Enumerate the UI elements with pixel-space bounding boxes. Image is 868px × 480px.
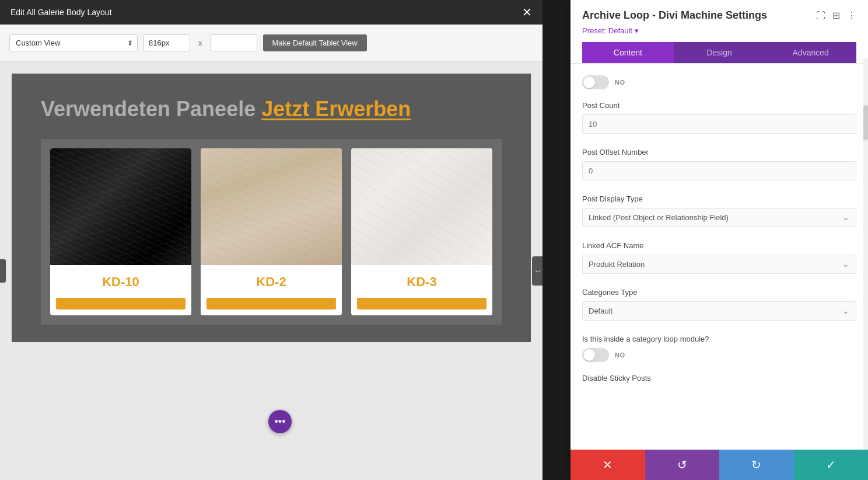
preset-arrow: ▾ — [635, 26, 639, 35]
settings-title-icons: ⛶ ⊟ ⋮ — [816, 10, 856, 21]
product-button-kd10[interactable] — [56, 298, 186, 309]
product-card-kd2: KD-2 — [201, 148, 342, 315]
tab-content[interactable]: Content — [582, 42, 674, 63]
product-image-kd10 — [50, 148, 191, 265]
post-offset-label: Post Offset Number — [582, 148, 856, 156]
left-resize-handle[interactable] — [0, 259, 6, 283]
custom-view-wrapper: Custom View — [9, 34, 138, 51]
linked-acf-name-field: Linked ACF Name Produkt Relation Custom … — [582, 241, 856, 284]
settings-footer: ✕ ↺ ↻ ✓ — [570, 450, 868, 480]
product-image-kd3 — [351, 148, 492, 265]
category-loop-toggle[interactable] — [582, 348, 609, 362]
split-view-icon-button[interactable]: ⊟ — [832, 10, 840, 21]
linked-acf-name-wrap: Produkt Relation Custom Field — [582, 255, 856, 284]
top-toggle-label: NO — [615, 79, 625, 86]
category-loop-field: Is this inside a category loop module? N… — [582, 335, 856, 362]
more-options-icon-button[interactable]: ⋮ — [847, 10, 856, 21]
float-menu-icon: ••• — [275, 416, 286, 428]
tab-advanced[interactable]: Advanced — [765, 42, 856, 63]
height-input[interactable] — [211, 34, 257, 51]
hero-title: Verwendeten Paneele Jetzt Erwerben — [41, 97, 502, 121]
categories-type-label: Categories Type — [582, 288, 856, 297]
post-count-label: Post Count — [582, 101, 856, 110]
category-loop-toggle-label: NO — [615, 352, 625, 359]
product-name-kd10: KD-10 — [102, 274, 139, 290]
save-button[interactable]: ✓ — [794, 450, 869, 480]
post-display-type-label: Post Display Type — [582, 194, 856, 203]
settings-title: Archive Loop - Divi Machine Settings — [582, 9, 767, 22]
category-loop-label: Is this inside a category loop module? — [582, 335, 856, 343]
dimension-separator: x — [196, 39, 205, 47]
products-grid: KD-10 KD-2 KD-3 — [41, 139, 502, 325]
settings-header: Archive Loop - Divi Machine Settings ⛶ ⊟… — [570, 0, 868, 64]
post-count-input[interactable] — [582, 114, 856, 134]
canvas-area: Verwendeten Paneele Jetzt Erwerben KD-10… — [0, 62, 542, 480]
editor-title: Edit All Galerie Body Layout — [10, 8, 112, 17]
disable-sticky-label: Disable Sticky Posts — [582, 374, 856, 382]
categories-type-select[interactable]: Default Custom — [582, 301, 856, 321]
editor-toolbar: Custom View x Make Default Tablet View — [0, 25, 542, 62]
post-display-type-field: Post Display Type Linked (Post Object or… — [582, 194, 856, 238]
post-display-type-wrap: Linked (Post Object or Relationship Fiel… — [582, 208, 856, 238]
tab-design[interactable]: Design — [674, 42, 765, 63]
post-count-field: Post Count — [582, 101, 856, 144]
float-menu-button[interactable]: ••• — [268, 410, 292, 433]
product-name-kd2: KD-2 — [256, 274, 286, 290]
redo-button[interactable]: ↻ — [719, 450, 794, 480]
fullscreen-icon-button[interactable]: ⛶ — [816, 11, 825, 21]
width-input[interactable] — [144, 34, 190, 51]
post-display-type-select[interactable]: Linked (Post Object or Relationship Fiel… — [582, 208, 856, 227]
canvas-content: Verwendeten Paneele Jetzt Erwerben KD-10… — [12, 74, 531, 342]
editor-container: Edit All Galerie Body Layout ✕ Custom Vi… — [0, 0, 542, 480]
linked-acf-name-select[interactable]: Produkt Relation Custom Field — [582, 255, 856, 274]
hero-text-static: Verwendeten Paneele — [41, 97, 256, 121]
post-offset-field: Post Offset Number — [582, 148, 856, 191]
product-button-kd2[interactable] — [206, 298, 336, 309]
canvas-resize-handle[interactable]: ↔ — [532, 256, 542, 286]
post-offset-input[interactable] — [582, 161, 856, 180]
settings-preset[interactable]: Preset: Default ▾ — [582, 26, 856, 35]
settings-panel: Archive Loop - Divi Machine Settings ⛶ ⊟… — [570, 0, 868, 480]
make-default-tablet-button[interactable]: Make Default Tablet View — [263, 34, 367, 51]
scrollbar-thumb[interactable] — [863, 105, 868, 140]
disable-sticky-field: Disable Sticky Posts — [582, 374, 856, 382]
linked-acf-name-label: Linked ACF Name — [582, 241, 856, 250]
custom-view-select[interactable]: Custom View — [9, 34, 138, 51]
editor-topbar: Edit All Galerie Body Layout ✕ — [0, 0, 542, 25]
editor-close-button[interactable]: ✕ — [522, 6, 532, 18]
product-card-kd10: KD-10 — [50, 148, 191, 315]
product-card-kd3: KD-3 — [351, 148, 492, 315]
product-image-kd2 — [201, 148, 342, 265]
settings-tabs: Content Design Advanced — [582, 42, 856, 63]
settings-content: NO Post Count Post Offset Number Post Di… — [570, 64, 868, 450]
settings-title-row: Archive Loop - Divi Machine Settings ⛶ ⊟… — [582, 9, 856, 22]
undo-button[interactable]: ↺ — [645, 450, 720, 480]
top-toggle-row: NO — [582, 75, 856, 89]
drag-icon: ↔ — [534, 266, 541, 276]
preset-label: Preset: Default — [582, 26, 632, 35]
category-loop-toggle-row: NO — [582, 348, 856, 362]
scrollbar-track — [863, 58, 868, 450]
top-toggle[interactable] — [582, 75, 609, 89]
categories-type-field: Categories Type Default Custom — [582, 288, 856, 331]
product-name-kd3: KD-3 — [407, 274, 436, 290]
product-button-kd3[interactable] — [357, 298, 487, 309]
hero-text-highlight: Jetzt Erwerben — [261, 97, 411, 121]
categories-type-wrap: Default Custom — [582, 301, 856, 331]
cancel-button[interactable]: ✕ — [570, 450, 645, 480]
